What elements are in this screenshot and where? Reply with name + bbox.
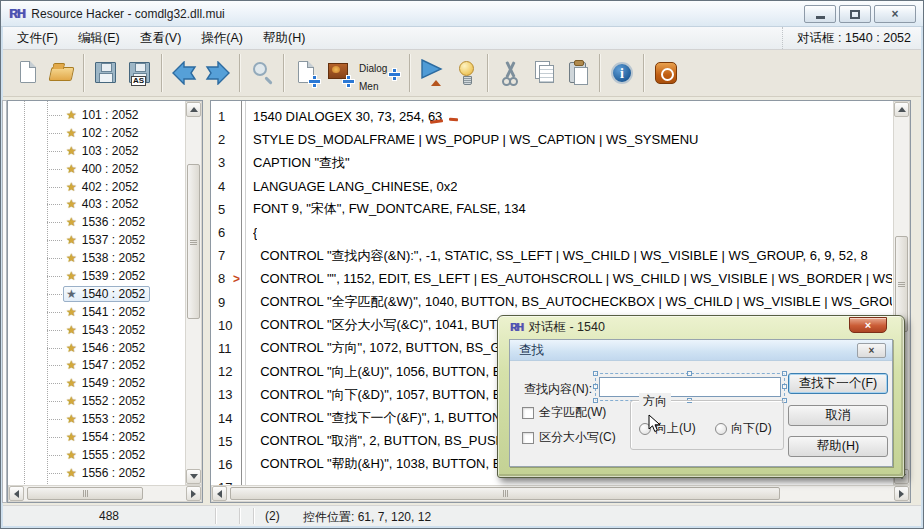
direction-down-radio[interactable]: 向下(D) (715, 420, 772, 437)
resize-handle[interactable] (782, 371, 787, 376)
tree-item[interactable]: ★ 1537 : 2052 (8, 231, 184, 249)
code-line[interactable]: 4 > LANGUAGE LANG_CHINESE, 0x2 (211, 175, 892, 198)
scroll-down-button[interactable] (186, 469, 201, 484)
add-image-button[interactable] (323, 53, 357, 93)
close-icon: × (891, 7, 898, 21)
code-text: CAPTION "查找" (253, 154, 350, 172)
maximize-icon (850, 10, 860, 19)
menu-item[interactable]: 文件(F) (7, 27, 68, 50)
code-line[interactable]: 2 > STYLE DS_MODALFRAME | WS_POPUP | WS_… (211, 128, 892, 151)
cancel-button[interactable]: 取消 (788, 405, 888, 426)
tree-item[interactable]: ★ 1555 : 2052 (8, 446, 184, 464)
scrollbar-thumb[interactable] (27, 487, 143, 500)
render-artifact (430, 116, 466, 126)
paste-button[interactable] (561, 53, 595, 93)
editor-horizontal-scrollbar[interactable] (211, 485, 910, 502)
open-file-button[interactable] (45, 53, 79, 93)
tree-item[interactable]: ★ 101 : 2052 (8, 106, 184, 124)
scroll-up-button[interactable] (894, 102, 909, 117)
tree-item[interactable]: ★ 1554 : 2052 (8, 428, 184, 446)
tree-item[interactable]: ★ 402 : 2052 (8, 178, 184, 196)
title-bar[interactable]: RH Resource Hacker - comdlg32.dll.mui × (1, 1, 923, 27)
code-line[interactable]: 5 > FONT 9, "宋体", FW_DONTCARE, FALSE, 13… (211, 198, 892, 221)
tree-item[interactable]: ★ 1549 : 2052 (8, 374, 184, 392)
tree-horizontal-scrollbar[interactable] (8, 485, 202, 502)
save-button[interactable] (89, 53, 123, 93)
tree-item[interactable]: ★ 403 : 2052 (8, 195, 184, 213)
code-line[interactable]: 8 > CONTROL "", 1152, EDIT, ES_LEFT | ES… (211, 267, 892, 290)
scroll-left-button[interactable] (212, 486, 227, 501)
exit-button[interactable] (649, 53, 683, 93)
code-line[interactable]: 6 > { (211, 221, 892, 244)
go-back-button[interactable] (167, 53, 201, 93)
menu-item[interactable]: 帮助(H) (253, 27, 315, 50)
match-case-checkbox[interactable]: 区分大小写(C) (522, 429, 616, 446)
code-line[interactable]: 1 > 1540 DIALOGEX 30, 73, 254, 63 (211, 105, 892, 128)
tree-item[interactable]: ★ 400 : 2052 (8, 160, 184, 178)
menu-item[interactable]: 操作(A) (191, 27, 253, 50)
tree-item[interactable]: ★ 1552 : 2052 (8, 392, 184, 410)
find-dialog-caption[interactable]: 查找 × (510, 340, 892, 361)
info-button[interactable]: i (605, 53, 639, 93)
find-dialog-close-button[interactable]: × (857, 343, 886, 358)
dialog-preview-window[interactable]: RH 对话框 - 1540 × 查找 × 查找内容(N): 查找下一个(F) 取… (497, 315, 905, 478)
resize-handle[interactable] (782, 384, 787, 389)
code-line[interactable]: 9 > CONTROL "全字匹配(&W)", 1040, BUTTON, BS… (211, 291, 892, 314)
tree-item[interactable]: ★ 1540 : 2052 (8, 285, 184, 303)
resize-handle[interactable] (687, 371, 692, 376)
tree-item[interactable]: ★ 1536 : 2052 (8, 213, 184, 231)
whole-word-checkbox[interactable]: 全字匹配(W) (522, 404, 606, 421)
find-button[interactable] (245, 53, 279, 93)
code-line[interactable]: 7 > CONTROL "查找内容(&N):", -1, STATIC, SS_… (211, 244, 892, 267)
scroll-right-button[interactable] (894, 486, 909, 501)
mouse-cursor (648, 414, 662, 433)
tree-item[interactable]: ★ 1541 : 2052 (8, 303, 184, 321)
scroll-right-button[interactable] (186, 486, 201, 501)
hint-button[interactable] (449, 53, 483, 93)
find-next-button[interactable]: 查找下一个(F) (788, 373, 888, 394)
plus-icon (309, 76, 320, 87)
new-file-button[interactable] (11, 53, 45, 93)
resize-handle[interactable] (593, 384, 598, 389)
go-forward-button[interactable] (201, 53, 235, 93)
add-resource-button[interactable] (289, 53, 323, 93)
arrow-left-icon (217, 490, 222, 498)
copy-button[interactable] (527, 53, 561, 93)
tree-item[interactable]: ★ 1553 : 2052 (8, 410, 184, 428)
code-line[interactable]: 3 > CAPTION "查找" (211, 151, 892, 174)
help-button[interactable]: 帮助(H) (788, 436, 888, 457)
save-as-button[interactable]: AS (123, 53, 157, 93)
resize-handle[interactable] (593, 398, 598, 403)
menu-item[interactable]: 编辑(E) (68, 27, 130, 50)
status-control-position: 控件位置: 61, 7, 120, 12 (303, 509, 431, 526)
menu-bar: 文件(F)编辑(E)查看(V)操作(A)帮助(H) 对话框 : 1540 : 2… (3, 27, 921, 50)
minimize-button[interactable] (804, 5, 836, 23)
tree-item[interactable]: ★ 102 : 2052 (8, 124, 184, 142)
tree-item[interactable]: ★ 1556 : 2052 (8, 464, 184, 482)
tree-item[interactable]: ★ 1539 : 2052 (8, 267, 184, 285)
maximize-button[interactable] (839, 5, 871, 23)
cut-button[interactable] (493, 53, 527, 93)
resize-handle[interactable] (593, 371, 598, 376)
tree-item[interactable]: ★ 1546 : 2052 (8, 339, 184, 357)
menu-item[interactable]: 查看(V) (130, 27, 192, 50)
preview-title-bar[interactable]: RH 对话框 - 1540 (498, 316, 904, 339)
resource-tree[interactable]: ★ 101 : 2052 ★ 102 : 2052 ★ 103 : 2052 (7, 100, 203, 503)
scroll-left-button[interactable] (9, 486, 24, 501)
tree-item[interactable]: ★ 1543 : 2052 (8, 321, 184, 339)
tree-item[interactable]: ★ 1538 : 2052 (8, 249, 184, 267)
tree-item[interactable]: ★ 1547 : 2052 (8, 356, 184, 374)
scrollbar-thumb[interactable] (230, 487, 780, 500)
scrollbar-thumb[interactable] (187, 164, 200, 319)
tree-vertical-scrollbar[interactable] (185, 101, 202, 485)
add-dialog-menu-button[interactable]: Dialog Men (357, 53, 405, 93)
line-number: 15 (218, 434, 238, 449)
scroll-up-button[interactable] (186, 102, 201, 117)
find-input[interactable] (599, 377, 781, 397)
preview-close-button[interactable]: × (849, 317, 887, 333)
run-compile-button[interactable] (415, 53, 449, 93)
resource-star-icon: ★ (66, 430, 77, 444)
close-button[interactable]: × (874, 5, 916, 23)
power-icon (655, 62, 677, 84)
tree-item[interactable]: ★ 103 : 2052 (8, 142, 184, 160)
